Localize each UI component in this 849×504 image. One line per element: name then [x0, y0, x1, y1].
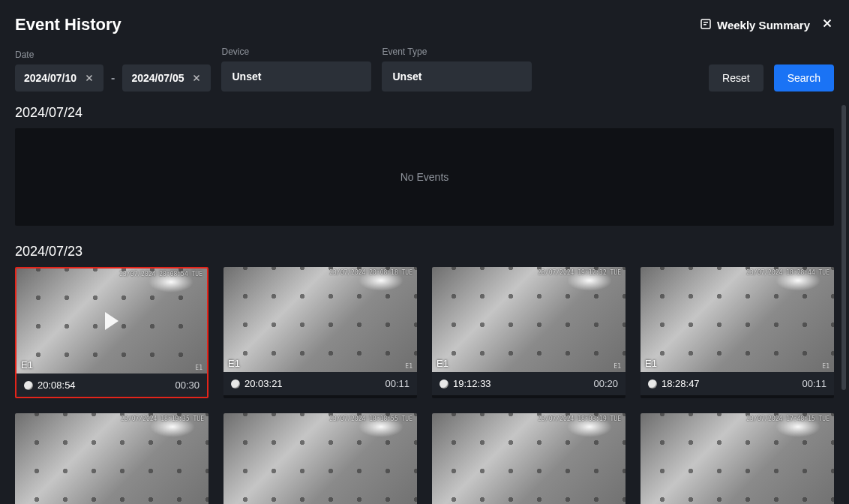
event-duration: 00:30 [175, 380, 200, 391]
event-thumbnail: 23/07/2024 18:28:44 TUE E1 E1 [640, 267, 834, 372]
night-icon [440, 380, 448, 388]
date-from-input[interactable]: 2024/07/10 [15, 64, 104, 92]
clear-date-from-icon[interactable] [84, 73, 94, 83]
event-duration: 00:20 [593, 378, 618, 389]
section-date-heading: 2024/07/23 [15, 244, 834, 260]
event-card[interactable]: 23/07/2024 20:08:18 TUE E1 E1 20:03:21 0… [224, 267, 417, 398]
event-card[interactable]: 23/07/2024 17:48:15 TUE E1 [640, 413, 834, 504]
event-duration: 00:11 [385, 378, 410, 389]
thumbnail-timestamp: 23/07/2024 18:18:55 TUE [329, 416, 412, 422]
event-thumbnail: 23/07/2024 17:48:15 TUE E1 [640, 413, 834, 504]
summary-icon [699, 17, 712, 33]
event-time: 18:28:47 [662, 378, 700, 389]
event-thumbnail: 23/07/2024 18:19:35 TUE E1 [15, 413, 208, 504]
thumbnail-timestamp: 23/07/2024 18:28:44 TUE [746, 269, 830, 276]
event-thumbnail: 23/07/2024 20:08:18 TUE E1 E1 [224, 267, 417, 372]
clear-date-to-icon[interactable] [191, 73, 202, 83]
camera-label-small: E1 [405, 363, 412, 370]
event-time: 19:12:33 [453, 378, 491, 389]
play-icon [105, 312, 118, 330]
event-type-filter-label: Event Type [382, 46, 532, 57]
weekly-summary-label: Weekly Summary [717, 19, 810, 32]
event-card[interactable]: 23/07/2024 18:18:55 TUE E1 [224, 413, 417, 504]
thumbnail-timestamp: 23/07/2024 17:48:15 TUE [746, 416, 830, 422]
event-thumbnail: 23/07/2024 20:08:54 TUE E1 E1 [16, 268, 207, 374]
scrollbar[interactable] [842, 105, 846, 390]
event-grid: 23/07/2024 20:08:54 TUE E1 E1 20:08:54 0… [15, 267, 834, 504]
event-duration: 00:11 [802, 378, 826, 389]
event-card[interactable]: 23/07/2024 18:08:19 TUE E1 [432, 413, 626, 504]
thumbnail-timestamp: 23/07/2024 18:08:19 TUE [538, 416, 621, 422]
weekly-summary-button[interactable]: Weekly Summary [699, 17, 810, 33]
date-range-separator: - [111, 71, 115, 85]
camera-label: E1 [645, 358, 657, 369]
event-thumbnail: 23/07/2024 18:08:19 TUE E1 [432, 413, 626, 504]
camera-label: E1 [436, 358, 448, 369]
night-icon [648, 380, 657, 388]
reset-button[interactable]: Reset [709, 64, 764, 92]
thumbnail-timestamp: 23/07/2024 20:08:18 TUE [329, 269, 412, 276]
section-date-heading: 2024/07/24 [15, 105, 834, 121]
camera-label: E1 [228, 358, 240, 369]
no-events-message: No Events [15, 128, 834, 226]
night-icon [24, 381, 33, 390]
event-thumbnail: 23/07/2024 19:12:32 TUE E1 E1 [432, 267, 626, 372]
close-button[interactable] [820, 16, 834, 33]
page-title: Event History [15, 15, 122, 34]
date-from-value: 2024/07/10 [24, 72, 76, 84]
date-to-value: 2024/07/05 [131, 72, 184, 84]
thumbnail-timestamp: 23/07/2024 20:08:54 TUE [119, 271, 202, 278]
event-card[interactable]: 23/07/2024 19:12:32 TUE E1 E1 19:12:33 0… [432, 267, 626, 398]
event-thumbnail: 23/07/2024 18:18:55 TUE E1 [224, 413, 417, 504]
date-filter-label: Date [15, 50, 211, 60]
camera-label-small: E1 [822, 363, 830, 370]
close-icon [820, 16, 834, 33]
camera-label: E1 [21, 359, 33, 370]
camera-label-small: E1 [614, 363, 621, 370]
date-to-input[interactable]: 2024/07/05 [122, 64, 211, 92]
device-filter-label: Device [221, 46, 371, 57]
event-card[interactable]: 23/07/2024 20:08:54 TUE E1 E1 20:08:54 0… [15, 267, 208, 398]
thumbnail-timestamp: 23/07/2024 19:12:32 TUE [538, 269, 621, 276]
event-time: 20:03:21 [244, 378, 283, 389]
event-type-select[interactable]: Unset [382, 62, 532, 92]
night-icon [231, 380, 240, 388]
camera-label-small: E1 [195, 364, 202, 371]
event-card[interactable]: 23/07/2024 18:28:44 TUE E1 E1 18:28:47 0… [640, 267, 834, 398]
search-button[interactable]: Search [774, 64, 834, 92]
device-select[interactable]: Unset [221, 62, 371, 92]
thumbnail-timestamp: 23/07/2024 18:19:35 TUE [121, 416, 204, 422]
event-card[interactable]: 23/07/2024 18:19:35 TUE E1 [15, 413, 208, 504]
event-time: 20:08:54 [38, 380, 76, 391]
